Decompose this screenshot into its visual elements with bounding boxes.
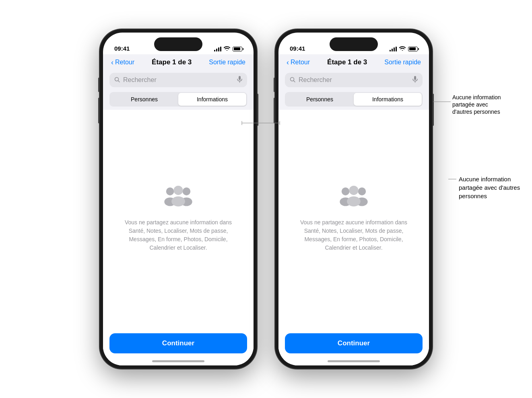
svg-point-9	[171, 197, 185, 207]
power-btn	[257, 94, 258, 126]
nav-bar-right: ‹ Retour Étape 1 de 3 Sortie rapide	[278, 54, 429, 70]
nav-action-left[interactable]: Sortie rapide	[209, 59, 245, 66]
continue-button-label-left: Continuer	[162, 339, 194, 347]
back-button-right[interactable]: ‹ Retour	[287, 59, 310, 66]
mic-icon-right	[412, 76, 418, 84]
status-time-right: 09:41	[290, 45, 305, 52]
volume-down-btn-r	[274, 98, 275, 123]
search-bar-right[interactable]: Rechercher	[285, 73, 423, 87]
empty-state-text-right: Vous ne partagez aucune information dans…	[297, 218, 410, 252]
home-indicator-right	[328, 360, 380, 362]
continue-button-label-right: Continuer	[338, 339, 370, 347]
back-chevron-right: ‹	[287, 59, 289, 66]
svg-point-4	[166, 187, 174, 195]
segmented-control-left: Personnes Informations	[109, 92, 247, 107]
people-icon-left	[162, 185, 194, 210]
wifi-icon-left	[224, 46, 230, 52]
empty-state-text-left: Vous ne partagez aucune information dans…	[122, 218, 235, 252]
people-icon-right	[338, 185, 370, 210]
phone-left: 09:41	[100, 29, 257, 369]
nav-action-right[interactable]: Sortie rapide	[384, 59, 421, 66]
volume-up-btn-r	[274, 78, 275, 92]
svg-point-14	[342, 187, 350, 195]
scene: 09:41	[0, 0, 532, 398]
search-icon-right	[290, 77, 295, 84]
svg-point-8	[173, 186, 183, 195]
search-icon-left	[114, 77, 120, 84]
annotation-container: Aucune information partagée avec d'autre…	[448, 175, 525, 200]
main-content-left: Vous ne partagez aucune information dans…	[103, 110, 254, 327]
annotation-line	[448, 179, 456, 179]
signal-icon-right	[390, 47, 397, 51]
search-bar-left[interactable]: Rechercher	[109, 73, 247, 87]
home-indicator-left	[152, 360, 204, 362]
continue-button-right[interactable]: Continuer	[285, 333, 423, 353]
segment-personnes-left[interactable]: Personnes	[110, 93, 178, 106]
back-chevron-left: ‹	[111, 59, 113, 66]
svg-rect-12	[414, 76, 416, 80]
bottom-area-left: Continuer	[103, 327, 254, 365]
svg-point-19	[347, 197, 361, 207]
right-side-buttons	[257, 94, 258, 126]
screen-content-left: ‹ Retour Étape 1 de 3 Sortie rapide	[103, 54, 254, 365]
power-btn-r	[432, 94, 434, 126]
back-label-left: Retour	[115, 59, 134, 66]
segment-informations-right[interactable]: Informations	[354, 93, 422, 106]
mic-icon-left	[237, 76, 242, 84]
search-container-right: Rechercher	[278, 70, 429, 90]
volume-up-btn	[98, 78, 100, 92]
status-time-left: 09:41	[114, 45, 130, 52]
battery-icon-right	[408, 47, 418, 51]
main-content-right: Vous ne partagez aucune information dans…	[278, 110, 429, 327]
search-container-left: Rechercher	[103, 70, 254, 90]
nav-title-left: Étape 1 de 3	[152, 58, 192, 66]
svg-point-18	[349, 186, 358, 195]
back-label-right: Retour	[291, 59, 310, 66]
status-icons-right	[390, 46, 418, 52]
segmented-control-right: Personnes Informations	[285, 92, 423, 107]
phone-right-screen: 09:41	[278, 33, 429, 365]
segment-personnes-right[interactable]: Personnes	[286, 93, 354, 106]
svg-rect-2	[239, 76, 241, 80]
svg-point-16	[358, 187, 366, 195]
phone-left-screen: 09:41	[103, 33, 254, 365]
dynamic-island-right	[330, 37, 378, 51]
nav-title-right: Étape 1 de 3	[327, 58, 367, 66]
left-side-buttons	[98, 78, 100, 123]
battery-icon-left	[233, 47, 242, 51]
dynamic-island-left	[154, 37, 202, 51]
status-icons-left	[214, 46, 242, 52]
annotation-text: Aucune information partagée avec d'autre…	[459, 175, 525, 200]
segment-informations-left[interactable]: Informations	[178, 93, 246, 106]
bottom-area-right: Continuer	[278, 327, 429, 365]
volume-down-btn	[98, 98, 100, 123]
search-placeholder-left: Rechercher	[123, 76, 234, 84]
nav-bar-left: ‹ Retour Étape 1 de 3 Sortie rapide	[103, 54, 254, 70]
svg-line-11	[294, 80, 295, 82]
back-button-left[interactable]: ‹ Retour	[111, 59, 134, 66]
screen-content-right: ‹ Retour Étape 1 de 3 Sortie rapide	[278, 54, 429, 365]
continue-button-left[interactable]: Continuer	[109, 333, 247, 353]
svg-line-1	[118, 80, 120, 82]
svg-point-6	[183, 187, 191, 195]
signal-icon-left	[214, 47, 221, 51]
wifi-icon-right	[399, 46, 406, 52]
phone-right: 09:41	[275, 29, 432, 369]
search-placeholder-right: Rechercher	[299, 76, 409, 84]
right-side-buttons-right	[432, 94, 434, 126]
left-side-buttons-right	[274, 78, 275, 123]
